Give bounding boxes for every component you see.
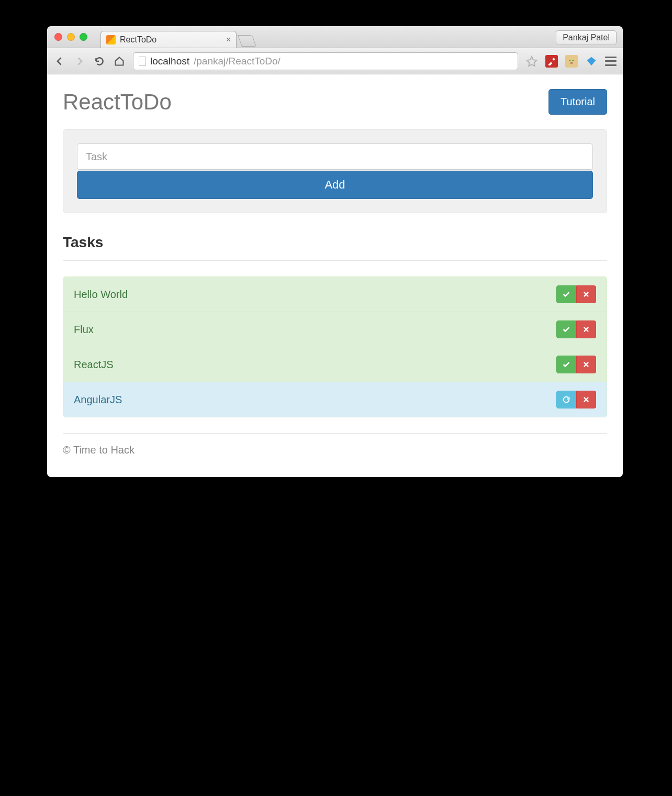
window-zoom-button[interactable] xyxy=(80,33,87,41)
svg-rect-0 xyxy=(568,57,576,65)
task-label: ReactJS xyxy=(74,359,114,371)
extension-diamond-icon[interactable] xyxy=(585,55,598,68)
svg-point-1 xyxy=(569,60,571,61)
browser-tab[interactable]: RectToDo × xyxy=(100,31,237,48)
check-icon xyxy=(562,360,570,369)
new-tab-button[interactable] xyxy=(238,35,256,47)
delete-button[interactable] xyxy=(576,356,596,373)
task-actions xyxy=(556,391,596,408)
task-actions xyxy=(556,285,596,303)
forward-button[interactable] xyxy=(73,55,86,68)
task-item: Hello World xyxy=(63,277,607,312)
url-path: /pankaj/ReactToDo/ xyxy=(194,56,281,67)
browser-window: RectToDo × Pankaj Patel localhost/pankaj… xyxy=(47,26,623,477)
delete-button[interactable] xyxy=(576,391,596,408)
tab-favicon xyxy=(106,35,116,45)
divider xyxy=(63,260,607,261)
close-icon xyxy=(583,326,590,333)
traffic-lights xyxy=(54,33,87,41)
refresh-button[interactable] xyxy=(556,391,576,408)
close-icon xyxy=(583,291,590,298)
check-icon xyxy=(562,290,570,298)
complete-button[interactable] xyxy=(556,356,576,373)
check-icon xyxy=(562,325,570,334)
svg-point-2 xyxy=(573,60,574,61)
task-label: Hello World xyxy=(74,289,128,301)
task-input[interactable] xyxy=(77,143,593,170)
app-title: ReactToDo xyxy=(63,90,172,115)
task-item: AngularJS xyxy=(63,382,607,417)
reload-button[interactable] xyxy=(93,55,106,68)
refresh-icon xyxy=(562,395,570,404)
page-icon xyxy=(139,57,146,66)
tab-title: RectToDo xyxy=(120,35,156,45)
window-close-button[interactable] xyxy=(54,33,62,41)
profile-button[interactable]: Pankaj Patel xyxy=(556,30,617,45)
close-icon xyxy=(583,396,590,403)
add-button[interactable]: Add xyxy=(77,171,593,199)
add-task-panel: Add xyxy=(63,129,607,213)
task-actions xyxy=(556,356,596,373)
task-list: Hello WorldFluxReactJSAngularJS xyxy=(63,277,607,417)
page-content: ReactToDo Tutorial Add Tasks Hello World… xyxy=(47,74,623,477)
url-host: localhost xyxy=(150,56,189,67)
task-label: AngularJS xyxy=(74,394,122,406)
menu-button[interactable] xyxy=(605,57,617,66)
svg-rect-3 xyxy=(570,62,573,63)
address-bar[interactable]: localhost/pankaj/ReactToDo/ xyxy=(133,52,518,70)
close-icon xyxy=(583,361,590,368)
tab-close-button[interactable]: × xyxy=(226,35,231,45)
extension-wrench-icon[interactable] xyxy=(545,55,558,68)
page-header: ReactToDo Tutorial xyxy=(63,89,607,115)
back-button[interactable] xyxy=(53,55,66,68)
task-actions xyxy=(556,320,596,338)
complete-button[interactable] xyxy=(556,320,576,338)
delete-button[interactable] xyxy=(576,320,596,338)
delete-button[interactable] xyxy=(576,285,596,303)
browser-toolbar: localhost/pankaj/ReactToDo/ xyxy=(47,48,623,74)
footer-text: © Time to Hack xyxy=(63,434,607,456)
extension-face-icon[interactable] xyxy=(565,55,578,68)
task-label: Flux xyxy=(74,324,94,336)
bookmark-star-icon[interactable] xyxy=(525,55,538,68)
window-minimize-button[interactable] xyxy=(67,33,75,41)
task-item: Flux xyxy=(63,312,607,347)
tutorial-button[interactable]: Tutorial xyxy=(548,89,607,115)
home-button[interactable] xyxy=(113,55,126,68)
task-item: ReactJS xyxy=(63,347,607,382)
window-titlebar: RectToDo × Pankaj Patel xyxy=(47,26,623,48)
tasks-heading: Tasks xyxy=(63,234,607,251)
complete-button[interactable] xyxy=(556,285,576,303)
